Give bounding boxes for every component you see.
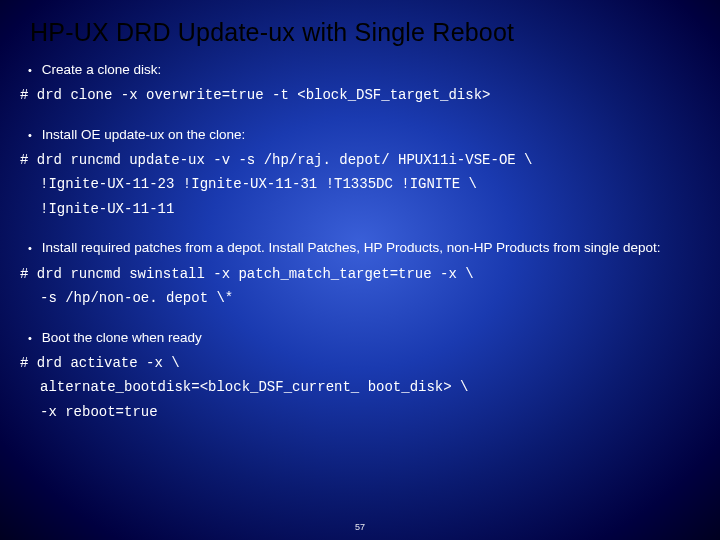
command-line: !Ignite-UX-11-23 !Ignite-UX-11-31 !T1335… [40, 172, 698, 197]
command-block: # drd runcmd swinstall -x patch_match_ta… [20, 262, 698, 311]
command-block: # drd runcmd update-ux -v -s /hp/raj. de… [20, 148, 698, 222]
command-line: # drd clone -x overwrite=true -t <block_… [20, 83, 698, 108]
command-block: # drd activate -x \ alternate_bootdisk=<… [20, 351, 698, 425]
command-line: -x reboot=true [40, 400, 698, 425]
section-2: • Install OE update-ux on the clone: # d… [22, 126, 698, 222]
bullet-row: • Install OE update-ux on the clone: [28, 126, 698, 144]
command-line: # drd activate -x \ [20, 351, 698, 376]
bullet-text: Boot the clone when ready [42, 329, 202, 347]
slide-container: HP-UX DRD Update-ux with Single Reboot •… [0, 0, 720, 424]
section-3: • Install required patches from a depot.… [22, 239, 698, 310]
command-line: # drd runcmd update-ux -v -s /hp/raj. de… [20, 148, 698, 173]
bullet-text: Install OE update-ux on the clone: [42, 126, 245, 144]
bullet-icon: • [28, 242, 32, 254]
command-line: !Ignite-UX-11-11 [40, 197, 698, 222]
command-line: # drd runcmd swinstall -x patch_match_ta… [20, 262, 698, 287]
command-block: # drd clone -x overwrite=true -t <block_… [20, 83, 698, 108]
section-4: • Boot the clone when ready # drd activa… [22, 329, 698, 425]
bullet-text: Install required patches from a depot. I… [42, 239, 661, 257]
slide-title: HP-UX DRD Update-ux with Single Reboot [30, 18, 698, 47]
command-line: alternate_bootdisk=<block_DSF_current_ b… [40, 375, 698, 400]
section-1: • Create a clone disk: # drd clone -x ov… [22, 61, 698, 108]
command-line: -s /hp/non-oe. depot \* [40, 286, 698, 311]
bullet-row: • Create a clone disk: [28, 61, 698, 79]
bullet-text: Create a clone disk: [42, 61, 161, 79]
bullet-row: • Install required patches from a depot.… [28, 239, 698, 257]
page-number: 57 [355, 522, 365, 532]
bullet-icon: • [28, 129, 32, 141]
bullet-icon: • [28, 332, 32, 344]
bullet-row: • Boot the clone when ready [28, 329, 698, 347]
bullet-icon: • [28, 64, 32, 76]
